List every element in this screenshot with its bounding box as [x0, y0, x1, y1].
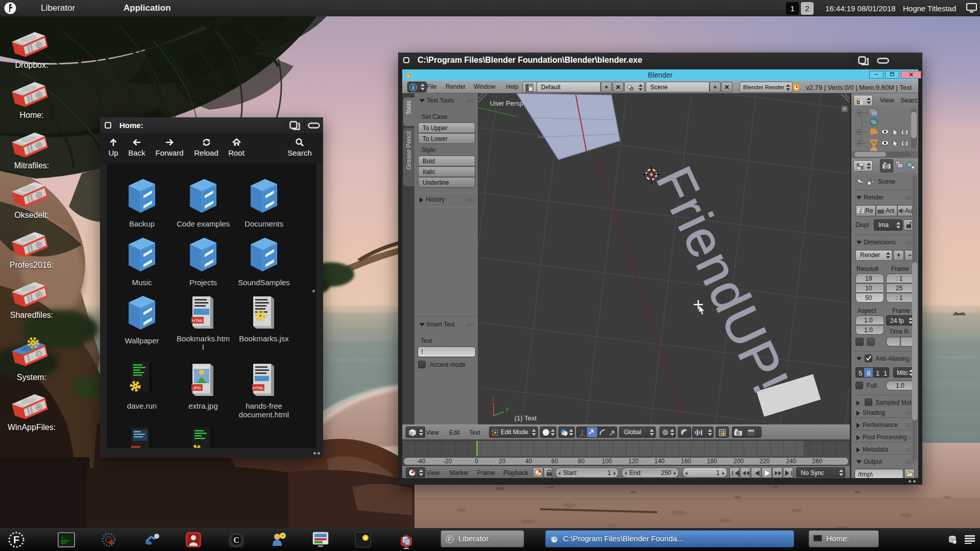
svg-text:F: F	[13, 534, 19, 545]
svg-text:C: C	[233, 536, 239, 544]
svg-text:F: F	[448, 536, 452, 542]
svg-text:z: z	[492, 396, 494, 402]
svg-text:y: y	[506, 406, 508, 412]
svg-text:HTML: HTML	[253, 386, 264, 390]
svg-text:JPG: JPG	[193, 386, 201, 390]
svg-text:HTML: HTML	[192, 318, 203, 323]
svg-text:>_: >_	[61, 536, 65, 540]
